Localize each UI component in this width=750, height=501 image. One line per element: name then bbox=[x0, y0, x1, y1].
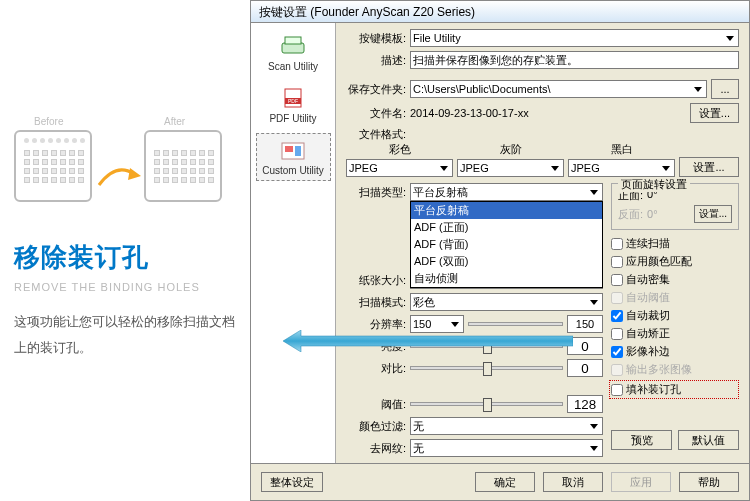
titlebar: 按键设置 (Founder AnyScan Z20 Series) bbox=[251, 1, 749, 23]
filter-label: 颜色过滤: bbox=[346, 419, 406, 434]
scantype-label: 扫描类型: bbox=[346, 185, 406, 200]
gray-format-select[interactable]: JPEG bbox=[457, 159, 564, 177]
folder-select[interactable]: C:\Users\Public\Documents\ bbox=[410, 80, 707, 98]
dd-option[interactable]: 平台反射稿 bbox=[411, 202, 602, 219]
promo-desc: 这项功能让您可以轻松的移除扫描文档上的装订孔。 bbox=[14, 309, 236, 361]
bright-value[interactable] bbox=[567, 337, 603, 355]
scanner-icon bbox=[279, 34, 307, 58]
desc-label: 描述: bbox=[346, 53, 406, 68]
dd-option[interactable]: ADF (背面) bbox=[411, 236, 602, 253]
sidebar: Scan Utility PDF PDF Utility Custom Util… bbox=[251, 23, 336, 463]
contrast-label: 对比: bbox=[346, 361, 406, 376]
back-label: 反面: bbox=[618, 207, 643, 222]
thresh-slider[interactable] bbox=[410, 402, 563, 406]
promo-title: 移除装订孔 bbox=[14, 240, 236, 275]
descreen-select[interactable]: 无 bbox=[410, 439, 603, 457]
chk-color-match[interactable]: 应用颜色匹配 bbox=[611, 254, 739, 269]
rotate-settings-button[interactable]: 设置... bbox=[694, 205, 732, 223]
svg-rect-8 bbox=[285, 146, 293, 152]
help-button[interactable]: 帮助 bbox=[679, 472, 739, 492]
diagram: Before After bbox=[14, 120, 236, 210]
color-format-select[interactable]: JPEG bbox=[346, 159, 453, 177]
cancel-button[interactable]: 取消 bbox=[543, 472, 603, 492]
chk-fill-holes[interactable]: 填补装订孔 bbox=[609, 380, 739, 399]
after-label: After bbox=[164, 116, 185, 127]
bright-label: 亮度: bbox=[346, 339, 406, 354]
sidebar-item-scan[interactable]: Scan Utility bbox=[256, 29, 331, 77]
gray-header: 灰阶 bbox=[457, 142, 564, 157]
custom-icon bbox=[279, 138, 307, 162]
chk-auto-deskew[interactable]: 自动矫正 bbox=[611, 326, 739, 341]
back-degree: 0° bbox=[647, 208, 658, 220]
filename-value: 2014-09-23-13-00-17-xx bbox=[410, 107, 686, 119]
bright-slider[interactable] bbox=[410, 344, 563, 348]
before-label: Before bbox=[34, 116, 63, 127]
sidebar-label: PDF Utility bbox=[269, 113, 316, 124]
global-button[interactable]: 整体设定 bbox=[261, 472, 323, 492]
footer: 整体设定 确定 取消 应用 帮助 bbox=[251, 463, 749, 500]
dd-option[interactable]: ADF (正面) bbox=[411, 219, 602, 236]
filename-label: 文件名: bbox=[346, 106, 406, 121]
contrast-value[interactable] bbox=[567, 359, 603, 377]
defaults-button[interactable]: 默认值 bbox=[678, 430, 739, 450]
mode-label: 扫描模式: bbox=[346, 295, 406, 310]
thresh-value[interactable] bbox=[567, 395, 603, 413]
folder-label: 保存文件夹: bbox=[346, 82, 406, 97]
ok-button[interactable]: 确定 bbox=[475, 472, 535, 492]
chk-auto-crop[interactable]: 自动裁切 bbox=[611, 308, 739, 323]
bw-header: 黑白 bbox=[568, 142, 675, 157]
format-settings-button[interactable]: 设置... bbox=[679, 157, 739, 177]
format-label: 文件格式: bbox=[346, 127, 406, 142]
svg-marker-0 bbox=[128, 168, 141, 180]
rotate-legend: 页面旋转设置 bbox=[618, 177, 690, 192]
thresh-label: 阈值: bbox=[346, 397, 406, 412]
chk-shadow[interactable]: 影像补边 bbox=[611, 344, 739, 359]
scantype-dropdown[interactable]: 平台反射稿 ADF (正面) ADF (背面) ADF (双面) 自动侦测 bbox=[410, 201, 603, 288]
chk-auto-density[interactable]: 自动密集 bbox=[611, 272, 739, 287]
sidebar-item-custom[interactable]: Custom Utility bbox=[256, 133, 331, 181]
arrow-icon bbox=[96, 160, 142, 190]
settings-dialog: 按键设置 (Founder AnyScan Z20 Series) Scan U… bbox=[250, 0, 750, 501]
chk-multicrop: 输出多张图像 bbox=[611, 362, 739, 377]
rotate-group: 页面旋转设置 正面:0° 反面:0° 设置... bbox=[611, 183, 739, 230]
sheet-before: Before bbox=[14, 130, 92, 202]
template-label: 按键模板: bbox=[346, 31, 406, 46]
template-select[interactable]: File Utility bbox=[410, 29, 739, 47]
desc-input[interactable] bbox=[410, 51, 739, 69]
chk-auto-threshold: 自动阈值 bbox=[611, 290, 739, 305]
res-label: 分辨率: bbox=[346, 317, 406, 332]
sidebar-label: Scan Utility bbox=[268, 61, 318, 72]
content: 按键模板: File Utility 描述: 保存文件夹: C:\Users\P… bbox=[336, 23, 749, 463]
sidebar-label: Custom Utility bbox=[262, 165, 324, 176]
color-header: 彩色 bbox=[346, 142, 453, 157]
svg-rect-3 bbox=[285, 37, 301, 44]
res-value[interactable] bbox=[567, 315, 603, 333]
mode-select[interactable]: 彩色 bbox=[410, 293, 603, 311]
bw-format-select[interactable]: JPEG bbox=[568, 159, 675, 177]
dd-option[interactable]: ADF (双面) bbox=[411, 253, 602, 270]
chk-continuous[interactable]: 连续扫描 bbox=[611, 236, 739, 251]
browse-button[interactable]: ... bbox=[711, 79, 739, 99]
promo-subtitle: REMOVE THE BINDING HOLES bbox=[14, 281, 236, 293]
contrast-slider[interactable] bbox=[410, 366, 563, 370]
svg-rect-9 bbox=[295, 146, 301, 156]
preview-button[interactable]: 预览 bbox=[611, 430, 672, 450]
sidebar-item-pdf[interactable]: PDF PDF Utility bbox=[256, 81, 331, 129]
descreen-label: 去网纹: bbox=[346, 441, 406, 456]
promo-panel: Before After 移除装订孔 REMOVE THE BINDING HO… bbox=[0, 0, 250, 501]
paper-label: 纸张大小: bbox=[346, 273, 406, 288]
pdf-icon: PDF bbox=[279, 86, 307, 110]
dd-option[interactable]: 自动侦测 bbox=[411, 270, 602, 287]
filter-select[interactable]: 无 bbox=[410, 417, 603, 435]
filename-settings-button[interactable]: 设置... bbox=[690, 103, 739, 123]
sheet-after: After bbox=[144, 130, 222, 202]
res-select[interactable]: 150 bbox=[410, 315, 464, 333]
svg-text:PDF: PDF bbox=[288, 98, 298, 104]
apply-button: 应用 bbox=[611, 472, 671, 492]
scantype-select[interactable]: 平台反射稿 bbox=[410, 183, 603, 201]
